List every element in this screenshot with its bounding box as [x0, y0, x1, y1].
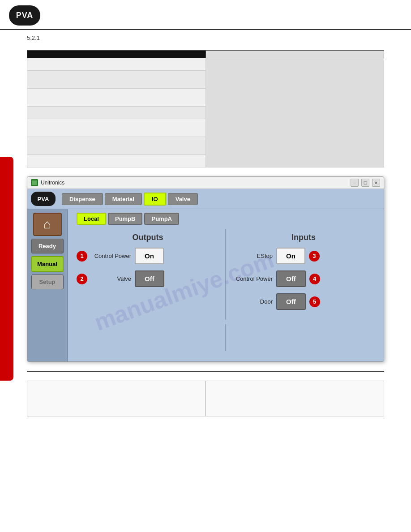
table-cell: [27, 107, 206, 119]
table-cell: [27, 71, 206, 89]
window-titlebar: Unitronics − □ ×: [27, 177, 384, 189]
badge-2: 2: [77, 274, 87, 284]
sim-sidebar: ⌂ Ready Manual Setup: [27, 209, 68, 361]
table-cell: [206, 58, 384, 167]
data-table: [27, 50, 384, 167]
page-header: PVA: [0, 0, 411, 30]
restore-button[interactable]: □: [361, 179, 369, 187]
sim-pva-logo: PVA: [31, 192, 56, 206]
table-cell: [27, 137, 206, 155]
tab-dispense[interactable]: Dispense: [62, 193, 103, 205]
output-control-power-button[interactable]: On: [135, 248, 164, 264]
inputs-title: Inputs: [232, 233, 375, 242]
sim-content-area: Local PumpB PumpA Outputs 1 Control Powe…: [68, 209, 384, 361]
io-bottom-divider: [225, 324, 226, 351]
sub-tabs-row: Local PumpB PumpA: [77, 213, 379, 225]
io-bottom-area: [72, 320, 379, 356]
simulator-window: Unitronics − □ × PVA Dispense Material I…: [27, 176, 384, 362]
left-accent-bar: [0, 157, 13, 381]
home-icon: ⌂: [43, 217, 51, 232]
table-cell: [27, 89, 206, 107]
io-panel: Outputs 1 Control Power On 2 Valve Off: [72, 229, 379, 320]
sub-tab-pumpb[interactable]: PumpB: [108, 213, 143, 225]
input-row-door: Door Off 5: [232, 293, 375, 310]
home-button[interactable]: ⌂: [33, 213, 62, 236]
badge-3: 3: [309, 251, 320, 262]
badge-4: 4: [309, 274, 320, 284]
bottom-col-right: [206, 381, 384, 416]
bottom-divider: [27, 371, 384, 372]
window-controls[interactable]: − □ ×: [351, 179, 380, 187]
window-icon: [31, 179, 38, 186]
sim-main-area: ⌂ Ready Manual Setup Local PumpB PumpA: [27, 209, 384, 361]
sim-pva-text: PVA: [38, 196, 49, 202]
table-header-col1: [27, 51, 206, 58]
input-label-estop: EStop: [232, 253, 273, 259]
top-navigation: PVA Dispense Material IO Valve: [27, 189, 384, 209]
table-header-col2: [206, 51, 384, 58]
tab-io[interactable]: IO: [144, 193, 166, 206]
output-label-valve: Valve: [91, 275, 131, 282]
input-label-control-power: Control Power: [232, 275, 273, 282]
table-cell: [27, 58, 206, 71]
input-row-estop: EStop On 3: [232, 248, 375, 264]
table-cell: [27, 119, 206, 137]
sub-tab-pumpa[interactable]: PumpA: [144, 213, 179, 225]
output-valve-button[interactable]: Off: [135, 270, 164, 287]
input-label-door: Door: [232, 298, 273, 305]
data-table-section: [27, 50, 384, 167]
bottom-col-left: [27, 381, 206, 416]
output-row-control-power: 1 Control Power On: [77, 248, 219, 264]
input-row-control-power: Control Power Off 4: [232, 270, 375, 287]
close-button[interactable]: ×: [372, 179, 380, 187]
sidebar-item-setup[interactable]: Setup: [31, 275, 64, 289]
simulator-body: PVA Dispense Material IO Valve ⌂ Ready M…: [27, 189, 384, 361]
badge-5: 5: [309, 296, 320, 307]
inputs-column: Inputs EStop On 3 Control Power Off 4: [228, 229, 379, 320]
window-title-text: Unitronics: [41, 180, 64, 186]
window-title-left: Unitronics: [31, 179, 64, 186]
sidebar-item-ready[interactable]: Ready: [31, 239, 64, 253]
output-label-control-power: Control Power: [91, 253, 131, 259]
output-row-valve: 2 Valve Off: [77, 270, 219, 287]
input-door-button[interactable]: Off: [276, 293, 306, 310]
pva-logo: PVA: [9, 5, 40, 26]
tab-valve[interactable]: Valve: [168, 193, 198, 205]
io-divider: [225, 229, 226, 320]
table-row: [27, 58, 384, 71]
outputs-column: Outputs 1 Control Power On 2 Valve Off: [72, 229, 223, 320]
bottom-section: [27, 381, 384, 416]
minimize-button[interactable]: −: [351, 179, 359, 187]
pva-logo-text: PVA: [16, 11, 34, 20]
section-number: 5.2.1: [27, 34, 411, 41]
table-cell: [27, 155, 206, 167]
sub-tab-local[interactable]: Local: [77, 213, 106, 225]
outputs-title: Outputs: [77, 233, 219, 242]
badge-1: 1: [77, 251, 87, 262]
tab-material[interactable]: Material: [105, 193, 142, 205]
input-control-power-button[interactable]: Off: [276, 270, 306, 287]
sidebar-item-manual[interactable]: Manual: [31, 256, 64, 272]
input-estop-button[interactable]: On: [276, 248, 305, 264]
window-icon-inner: [32, 180, 37, 185]
